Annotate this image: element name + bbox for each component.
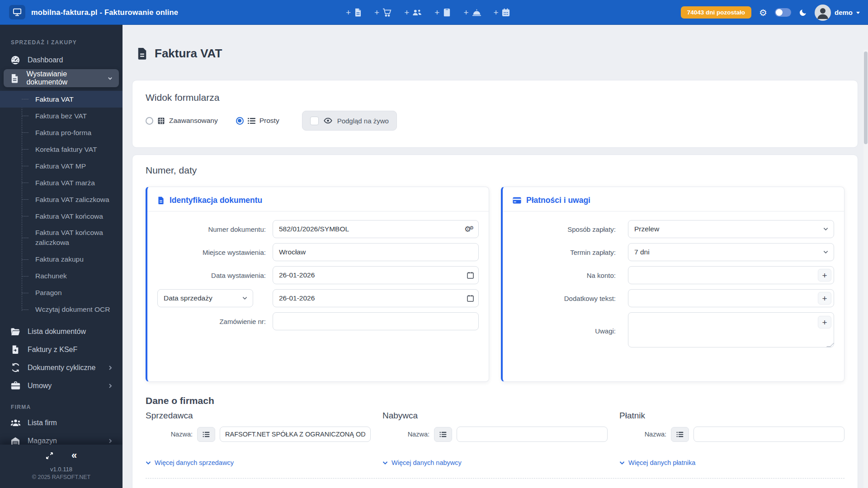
vertical-scrollbar[interactable] [863, 50, 868, 488]
radio-checked[interactable] [236, 117, 244, 125]
chevron-down-icon [242, 296, 247, 300]
invoice-form-panel: Numer, daty Identyfikacja dokumentu Nume… [132, 155, 858, 488]
companies-section-title: Dane o firmach [146, 395, 844, 406]
more-buyer-data-link[interactable]: Więcej danych nabywcy [382, 459, 608, 466]
sidebar-item-lista-dokumentow[interactable]: Lista dokumentów [4, 323, 119, 341]
add-text-button[interactable]: + [818, 292, 831, 305]
subitem-paragon[interactable]: Paragon [0, 285, 123, 301]
seller-name-input[interactable] [220, 427, 371, 442]
seller-pick-list-button[interactable] [197, 427, 215, 442]
page-header: Faktura VAT [137, 47, 222, 61]
add-contractor-button[interactable]: + [404, 8, 422, 17]
theme-toggle[interactable] [775, 8, 791, 17]
card-title: Identyfikacja dokumentu [170, 196, 262, 205]
subitem-rachunek[interactable]: Rachunek [0, 268, 123, 285]
document-identification-card: Identyfikacja dokumentu Numer dokumentu:… [146, 187, 489, 382]
add-account-button[interactable]: + [818, 269, 831, 282]
calendar-icon[interactable] [467, 272, 474, 279]
sidebar-item-wystawianie-dokumentow[interactable]: Wystawianie dokumentów [4, 69, 119, 87]
data-sprzedazy-select[interactable]: Data sprzedaży [157, 289, 253, 307]
sidebar-item-label: Lista firm [28, 419, 57, 427]
calendar-icon[interactable] [467, 295, 474, 302]
radio-unchecked[interactable] [146, 117, 153, 125]
sposob-zaplaty-select[interactable]: Przelew [628, 220, 834, 238]
plus-icon: + [404, 8, 409, 17]
zamowienie-nr-label: Zamówienie nr: [157, 318, 266, 325]
subitem-faktura-vat-mp[interactable]: Faktura VAT MP [0, 158, 123, 174]
more-seller-data-link[interactable]: Więcej danych sprzedawcy [146, 459, 371, 466]
na-konto-input[interactable] [628, 266, 834, 284]
add-document-button[interactable]: + [346, 8, 362, 17]
sidebar-item-label: Umowy [28, 382, 52, 390]
advanced-view-option[interactable]: Zaawansowany [146, 117, 218, 125]
avatar [815, 5, 831, 21]
document-icon [157, 196, 165, 205]
chevron-down-icon [382, 461, 388, 465]
subitem-faktura-vat-marza[interactable]: Faktura VAT marża [0, 174, 123, 191]
data-sprzedazy-input[interactable] [273, 289, 479, 307]
link-label: Więcej danych nabywcy [392, 459, 462, 466]
eye-icon [324, 117, 332, 124]
subitem-faktura-vat-koncowa[interactable]: Faktura VAT końcowa [0, 208, 123, 225]
sidebar-item-umowy[interactable]: Umowy [4, 377, 119, 395]
payer-pick-list-button[interactable] [671, 427, 689, 442]
live-preview-toggle[interactable]: Podgląd na żywo [302, 111, 397, 131]
subitem-faktura-zakupu[interactable]: Faktura zakupu [0, 251, 123, 268]
quick-add-toolbar: + + + + + [346, 0, 510, 25]
user-menu[interactable]: demo [815, 5, 860, 21]
add-schedule-button[interactable]: + [494, 8, 510, 17]
link-label: Więcej danych sprzedawcy [155, 459, 234, 466]
dark-mode-moon-icon[interactable] [799, 9, 807, 17]
data-wystawienia-label: Data wystawienia: [157, 272, 266, 279]
payer-name-input[interactable] [693, 427, 844, 442]
data-wystawienia-input[interactable] [273, 266, 479, 284]
dashboard-icon [10, 55, 21, 65]
subitem-faktura-bez-vat[interactable]: Faktura bez VAT [0, 108, 123, 124]
add-service-button[interactable]: + [463, 8, 481, 17]
add-note-button[interactable]: + [818, 316, 831, 328]
trial-days-badge[interactable]: 74043 dni pozostało [681, 6, 751, 19]
miejsce-wystawienia-input[interactable] [273, 243, 479, 261]
subitem-wczytaj-dokument-ocr[interactable]: Wczytaj dokument OCR [0, 301, 123, 318]
subitem-korekta-faktury-vat[interactable]: Korekta faktury VAT [0, 141, 123, 158]
sidebar-item-dashboard[interactable]: Dashboard [4, 51, 119, 69]
settings-gear-icon[interactable]: ⚙ [759, 8, 767, 17]
zamowienie-nr-input[interactable] [273, 312, 479, 330]
subitem-faktura-vat[interactable]: Faktura VAT [0, 91, 123, 108]
simple-view-option[interactable]: Prosty [236, 117, 279, 125]
buyer-pick-list-button[interactable] [434, 427, 452, 442]
add-sale-button[interactable]: + [374, 8, 392, 17]
folder-icon [10, 327, 21, 336]
chevron-right-icon [108, 438, 113, 444]
sidebar-item-dokumenty-cykliczne[interactable]: Dokumenty cykliczne [4, 359, 119, 377]
buyer-name-input[interactable] [457, 427, 608, 442]
sync-icon [10, 363, 21, 372]
buyer-title: Nabywca [382, 411, 608, 421]
link-label: Więcej danych płatnika [628, 459, 695, 466]
add-product-button[interactable]: + [434, 8, 451, 17]
collapse-sidebar-icon[interactable]: « [71, 450, 77, 460]
sidebar-item-label: Wystawianie dokumentów [26, 70, 101, 86]
selected-option: 7 dni [634, 248, 650, 256]
service-icon [472, 9, 481, 17]
termin-zaplaty-select[interactable]: 7 dni [628, 243, 834, 261]
dodatkowy-tekst-input[interactable] [628, 289, 834, 307]
sidebar-item-lista-firm[interactable]: Lista firm [4, 414, 119, 432]
app-logo [9, 5, 25, 19]
subitem-faktura-vat-koncowa-zaliczkowa[interactable]: Faktura VAT końcowa zaliczkowa [0, 225, 115, 251]
sidebar-item-faktury-z-ksef[interactable]: Faktury z KSeF [4, 341, 119, 359]
sidebar-item-label: Magazyn [28, 437, 57, 445]
subitem-faktura-pro-forma[interactable]: Faktura pro-forma [0, 124, 123, 141]
plus-icon: + [463, 8, 468, 17]
numbering-settings-icon[interactable]: ⚙⚙ [464, 225, 474, 233]
scrollbar-thumb[interactable] [864, 52, 868, 144]
numer-dokumentu-input[interactable] [273, 220, 479, 238]
form-view-panel: Widok formularza Zaawansowany Prosty [132, 80, 858, 148]
more-payer-data-link[interactable]: Więcej danych płatnika [619, 459, 844, 466]
live-preview-checkbox[interactable] [310, 117, 319, 125]
document-icon [354, 8, 362, 17]
subitem-faktura-vat-zaliczkowa[interactable]: Faktura VAT zaliczkowa [0, 191, 123, 208]
expand-sidebar-icon[interactable] [46, 452, 53, 460]
uwagi-textarea[interactable] [628, 312, 834, 347]
page-title: Faktura VAT [155, 47, 222, 61]
